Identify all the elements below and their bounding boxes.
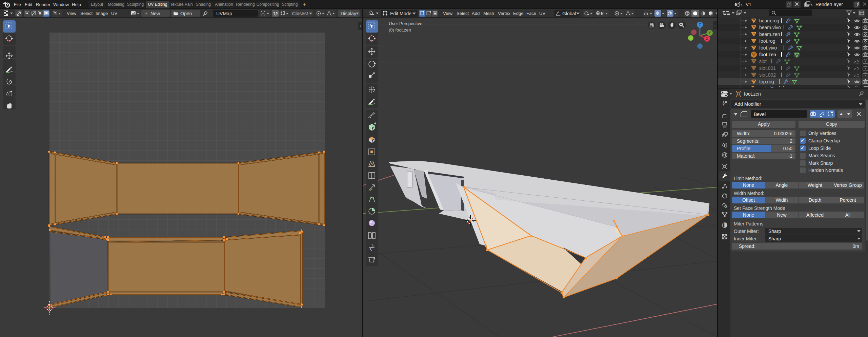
- svg-text:X: X: [706, 37, 708, 41]
- svg-text:Z: Z: [699, 23, 701, 27]
- svg-text:Y: Y: [708, 31, 711, 35]
